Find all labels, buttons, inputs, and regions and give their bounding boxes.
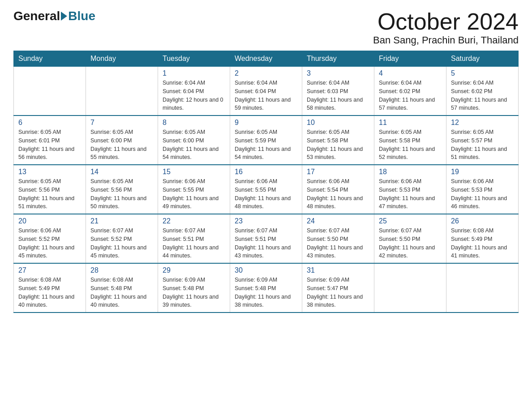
day-cell: 12Sunrise: 6:05 AM Sunset: 5:57 PM Dayli… [446, 116, 519, 165]
day-cell [86, 67, 158, 116]
header-cell-tuesday: Tuesday [158, 51, 230, 67]
day-number: 19 [451, 168, 514, 176]
day-info: Sunrise: 6:04 AM Sunset: 6:04 PM Dayligh… [235, 79, 297, 112]
day-number: 25 [379, 217, 442, 225]
day-number: 26 [451, 217, 514, 225]
day-cell: 2Sunrise: 6:04 AM Sunset: 6:04 PM Daylig… [230, 67, 302, 116]
logo-arrow-icon [61, 12, 67, 21]
day-cell: 30Sunrise: 6:09 AM Sunset: 5:48 PM Dayli… [230, 263, 302, 313]
day-number: 24 [307, 217, 369, 225]
calendar-table: SundayMondayTuesdayWednesdayThursdayFrid… [13, 51, 519, 313]
day-number: 2 [235, 69, 297, 77]
logo: General Blue [13, 9, 95, 23]
day-info: Sunrise: 6:05 AM Sunset: 6:01 PM Dayligh… [18, 128, 81, 162]
day-cell: 10Sunrise: 6:05 AM Sunset: 5:58 PM Dayli… [302, 116, 374, 165]
day-number: 31 [307, 266, 369, 274]
day-number: 20 [18, 217, 81, 225]
day-info: Sunrise: 6:07 AM Sunset: 5:50 PM Dayligh… [307, 227, 369, 260]
header-row: SundayMondayTuesdayWednesdayThursdayFrid… [14, 51, 519, 67]
day-cell: 31Sunrise: 6:09 AM Sunset: 5:47 PM Dayli… [302, 263, 374, 313]
day-cell: 6Sunrise: 6:05 AM Sunset: 6:01 PM Daylig… [14, 116, 86, 165]
day-number: 27 [18, 266, 81, 274]
day-cell: 3Sunrise: 6:04 AM Sunset: 6:03 PM Daylig… [302, 67, 374, 116]
header-cell-wednesday: Wednesday [230, 51, 302, 67]
day-info: Sunrise: 6:06 AM Sunset: 5:53 PM Dayligh… [379, 177, 442, 211]
day-info: Sunrise: 6:04 AM Sunset: 6:03 PM Dayligh… [307, 79, 369, 112]
day-number: 3 [307, 69, 369, 77]
day-number: 28 [90, 266, 153, 274]
day-number: 12 [451, 119, 514, 127]
day-info: Sunrise: 6:04 AM Sunset: 6:02 PM Dayligh… [379, 79, 442, 112]
day-info: Sunrise: 6:08 AM Sunset: 5:49 PM Dayligh… [18, 276, 81, 309]
day-info: Sunrise: 6:08 AM Sunset: 5:48 PM Dayligh… [90, 276, 153, 309]
day-info: Sunrise: 6:05 AM Sunset: 6:00 PM Dayligh… [163, 128, 225, 162]
day-number: 22 [163, 217, 225, 225]
day-info: Sunrise: 6:06 AM Sunset: 5:55 PM Dayligh… [163, 177, 225, 211]
day-number: 29 [163, 266, 225, 274]
day-cell [446, 263, 519, 313]
day-number: 1 [163, 69, 225, 77]
day-number: 23 [235, 217, 297, 225]
day-cell [374, 263, 446, 313]
day-cell: 4Sunrise: 6:04 AM Sunset: 6:02 PM Daylig… [374, 67, 446, 116]
day-info: Sunrise: 6:05 AM Sunset: 5:56 PM Dayligh… [90, 177, 153, 211]
day-info: Sunrise: 6:05 AM Sunset: 5:58 PM Dayligh… [307, 128, 369, 162]
day-info: Sunrise: 6:06 AM Sunset: 5:54 PM Dayligh… [307, 177, 369, 211]
day-cell: 28Sunrise: 6:08 AM Sunset: 5:48 PM Dayli… [86, 263, 158, 313]
header-cell-friday: Friday [374, 51, 446, 67]
day-cell: 25Sunrise: 6:07 AM Sunset: 5:50 PM Dayli… [374, 214, 446, 263]
day-cell: 15Sunrise: 6:06 AM Sunset: 5:55 PM Dayli… [158, 165, 230, 214]
day-cell [14, 67, 86, 116]
header-cell-thursday: Thursday [302, 51, 374, 67]
day-info: Sunrise: 6:06 AM Sunset: 5:52 PM Dayligh… [18, 227, 81, 260]
day-number: 18 [379, 168, 442, 176]
day-info: Sunrise: 6:05 AM Sunset: 5:58 PM Dayligh… [379, 128, 442, 162]
day-cell: 7Sunrise: 6:05 AM Sunset: 6:00 PM Daylig… [86, 116, 158, 165]
day-cell: 29Sunrise: 6:09 AM Sunset: 5:48 PM Dayli… [158, 263, 230, 313]
day-info: Sunrise: 6:05 AM Sunset: 5:56 PM Dayligh… [18, 177, 81, 211]
day-number: 4 [379, 69, 442, 77]
day-info: Sunrise: 6:05 AM Sunset: 5:59 PM Dayligh… [235, 128, 297, 162]
day-number: 17 [307, 168, 369, 176]
day-cell: 11Sunrise: 6:05 AM Sunset: 5:58 PM Dayli… [374, 116, 446, 165]
day-cell: 18Sunrise: 6:06 AM Sunset: 5:53 PM Dayli… [374, 165, 446, 214]
day-cell: 23Sunrise: 6:07 AM Sunset: 5:51 PM Dayli… [230, 214, 302, 263]
day-cell: 5Sunrise: 6:04 AM Sunset: 6:02 PM Daylig… [446, 67, 519, 116]
day-number: 30 [235, 266, 297, 274]
title-area: October 2024 Ban Sang, Prachin Buri, Tha… [373, 9, 519, 46]
day-cell: 26Sunrise: 6:08 AM Sunset: 5:49 PM Dayli… [446, 214, 519, 263]
day-number: 13 [18, 168, 81, 176]
day-info: Sunrise: 6:07 AM Sunset: 5:51 PM Dayligh… [235, 227, 297, 260]
day-cell: 8Sunrise: 6:05 AM Sunset: 6:00 PM Daylig… [158, 116, 230, 165]
day-cell: 14Sunrise: 6:05 AM Sunset: 5:56 PM Dayli… [86, 165, 158, 214]
day-info: Sunrise: 6:07 AM Sunset: 5:50 PM Dayligh… [379, 227, 442, 260]
day-number: 14 [90, 168, 153, 176]
week-row-4: 20Sunrise: 6:06 AM Sunset: 5:52 PM Dayli… [14, 214, 519, 263]
day-cell: 16Sunrise: 6:06 AM Sunset: 5:55 PM Dayli… [230, 165, 302, 214]
day-number: 7 [90, 119, 153, 127]
day-number: 11 [379, 119, 442, 127]
week-row-5: 27Sunrise: 6:08 AM Sunset: 5:49 PM Dayli… [14, 263, 519, 313]
week-row-2: 6Sunrise: 6:05 AM Sunset: 6:01 PM Daylig… [14, 116, 519, 165]
day-info: Sunrise: 6:09 AM Sunset: 5:48 PM Dayligh… [235, 276, 297, 309]
day-cell: 9Sunrise: 6:05 AM Sunset: 5:59 PM Daylig… [230, 116, 302, 165]
month-title: October 2024 [373, 9, 519, 34]
day-number: 6 [18, 119, 81, 127]
week-row-3: 13Sunrise: 6:05 AM Sunset: 5:56 PM Dayli… [14, 165, 519, 214]
day-number: 8 [163, 119, 225, 127]
logo-blue-text: Blue [68, 9, 95, 23]
day-info: Sunrise: 6:08 AM Sunset: 5:49 PM Dayligh… [451, 227, 514, 260]
day-cell: 13Sunrise: 6:05 AM Sunset: 5:56 PM Dayli… [14, 165, 86, 214]
logo-general-text: General [13, 9, 60, 23]
day-cell: 17Sunrise: 6:06 AM Sunset: 5:54 PM Dayli… [302, 165, 374, 214]
day-info: Sunrise: 6:05 AM Sunset: 5:57 PM Dayligh… [451, 128, 514, 162]
header: General Blue October 2024 Ban Sang, Prac… [13, 9, 519, 46]
day-number: 5 [451, 69, 514, 77]
day-number: 16 [235, 168, 297, 176]
day-number: 15 [163, 168, 225, 176]
day-cell: 1Sunrise: 6:04 AM Sunset: 6:04 PM Daylig… [158, 67, 230, 116]
day-info: Sunrise: 6:05 AM Sunset: 6:00 PM Dayligh… [90, 128, 153, 162]
location-title: Ban Sang, Prachin Buri, Thailand [373, 34, 519, 46]
day-cell: 27Sunrise: 6:08 AM Sunset: 5:49 PM Dayli… [14, 263, 86, 313]
day-number: 9 [235, 119, 297, 127]
